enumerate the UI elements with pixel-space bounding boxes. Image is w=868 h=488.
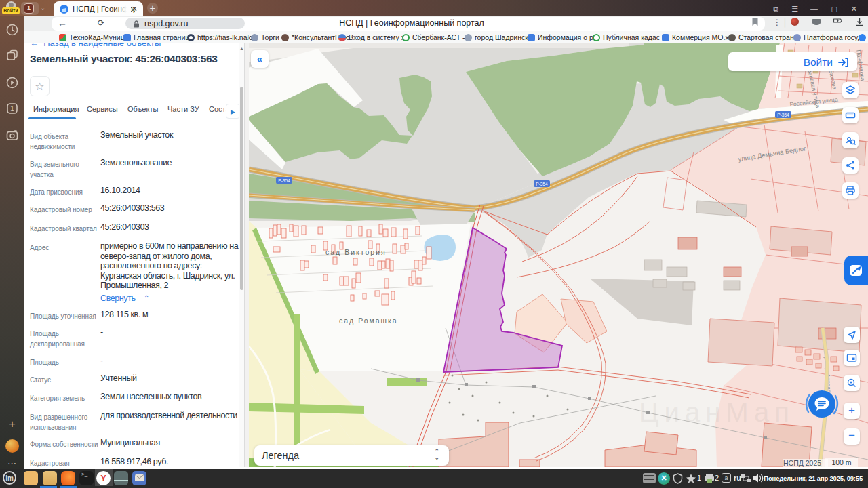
svg-text:1: 1: [10, 105, 14, 113]
svg-text:Р-354: Р-354: [777, 113, 789, 117]
svg-text:Р-354: Р-354: [536, 182, 548, 186]
svg-text:сад Ромашка: сад Ромашка: [339, 317, 398, 325]
svg-text:сад Виктория: сад Виктория: [326, 248, 387, 256]
svg-text:ЦианМап: ЦианМап: [639, 397, 795, 427]
svg-text:Р-354: Р-354: [278, 178, 290, 183]
